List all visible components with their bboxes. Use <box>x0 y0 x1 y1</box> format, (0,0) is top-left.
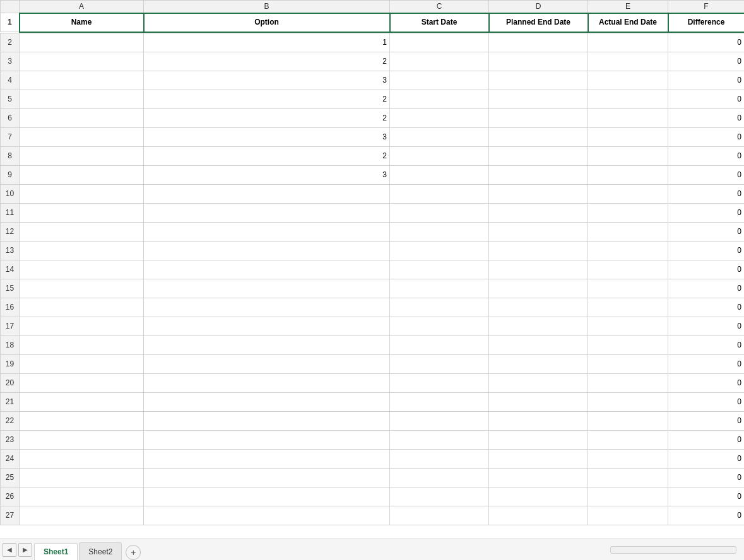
cell-a8[interactable] <box>20 146 144 165</box>
cell-a5[interactable] <box>20 90 144 108</box>
cell-a4[interactable] <box>20 71 144 90</box>
cell-d15[interactable] <box>489 279 588 298</box>
col-header-d[interactable]: D <box>489 1 588 13</box>
cell-f19[interactable]: 0 <box>668 354 745 373</box>
cell-e17[interactable] <box>588 317 668 335</box>
cell-e10[interactable] <box>588 184 668 203</box>
sheet2-tab[interactable]: Sheet2 <box>79 542 122 560</box>
cell-a2[interactable] <box>20 33 144 52</box>
cell-c22[interactable] <box>390 411 489 430</box>
cell-a25[interactable] <box>20 468 144 487</box>
cell-f17[interactable]: 0 <box>668 317 745 335</box>
cell-a15[interactable] <box>20 279 144 298</box>
cell-c26[interactable] <box>390 487 489 506</box>
cell-e21[interactable] <box>588 392 668 411</box>
cell-a18[interactable] <box>20 335 144 354</box>
cell-a12[interactable] <box>20 222 144 241</box>
cell-a3[interactable] <box>20 52 144 71</box>
cell-a6[interactable] <box>20 108 144 127</box>
cell-f27[interactable]: 0 <box>668 506 745 525</box>
cell-f2[interactable]: 0 <box>668 33 745 52</box>
cell-e26[interactable] <box>588 487 668 506</box>
cell-b2[interactable]: 1 <box>144 33 390 52</box>
col-header-c[interactable]: C <box>390 1 489 13</box>
cell-a21[interactable] <box>20 392 144 411</box>
cell-c2[interactable] <box>390 33 489 52</box>
cell-b24[interactable] <box>144 449 390 468</box>
cell-c23[interactable] <box>390 430 489 449</box>
cell-e20[interactable] <box>588 373 668 392</box>
cell-f22[interactable]: 0 <box>668 411 745 430</box>
cell-f24[interactable]: 0 <box>668 449 745 468</box>
cell-f23[interactable]: 0 <box>668 430 745 449</box>
cell-f4[interactable]: 0 <box>668 71 745 90</box>
cell-c7[interactable] <box>390 127 489 146</box>
cell-d22[interactable] <box>489 411 588 430</box>
cell-b15[interactable] <box>144 279 390 298</box>
cell-d24[interactable] <box>489 449 588 468</box>
cell-b1[interactable]: Option <box>144 13 390 32</box>
cell-e18[interactable] <box>588 335 668 354</box>
cell-f15[interactable]: 0 <box>668 279 745 298</box>
cell-b20[interactable] <box>144 373 390 392</box>
cell-e12[interactable] <box>588 222 668 241</box>
cell-e27[interactable] <box>588 506 668 525</box>
sheet1-tab[interactable]: Sheet1 <box>34 543 78 560</box>
cell-b23[interactable] <box>144 430 390 449</box>
cell-d10[interactable] <box>489 184 588 203</box>
cell-e19[interactable] <box>588 354 668 373</box>
cell-b8[interactable]: 2 <box>144 146 390 165</box>
cell-a10[interactable] <box>20 184 144 203</box>
cell-d8[interactable] <box>489 146 588 165</box>
cell-a27[interactable] <box>20 506 144 525</box>
cell-f10[interactable]: 0 <box>668 184 745 203</box>
cell-e6[interactable] <box>588 108 668 127</box>
cell-f9[interactable]: 0 <box>668 165 745 184</box>
cell-e13[interactable] <box>588 241 668 260</box>
cell-d19[interactable] <box>489 354 588 373</box>
cell-e22[interactable] <box>588 411 668 430</box>
cell-f25[interactable]: 0 <box>668 468 745 487</box>
cell-b13[interactable] <box>144 241 390 260</box>
cell-b17[interactable] <box>144 317 390 335</box>
cell-a23[interactable] <box>20 430 144 449</box>
cell-d5[interactable] <box>489 90 588 108</box>
cell-d4[interactable] <box>489 71 588 90</box>
cell-d11[interactable] <box>489 203 588 222</box>
cell-f8[interactable]: 0 <box>668 146 745 165</box>
cell-b19[interactable] <box>144 354 390 373</box>
cell-b14[interactable] <box>144 260 390 279</box>
cell-f26[interactable]: 0 <box>668 487 745 506</box>
cell-d14[interactable] <box>489 260 588 279</box>
cell-a24[interactable] <box>20 449 144 468</box>
cell-d26[interactable] <box>489 487 588 506</box>
cell-e7[interactable] <box>588 127 668 146</box>
cell-d6[interactable] <box>489 108 588 127</box>
cell-d23[interactable] <box>489 430 588 449</box>
cell-b9[interactable]: 3 <box>144 165 390 184</box>
cell-f12[interactable]: 0 <box>668 222 745 241</box>
cell-e11[interactable] <box>588 203 668 222</box>
cell-d16[interactable] <box>489 298 588 317</box>
cell-e4[interactable] <box>588 71 668 90</box>
cell-d20[interactable] <box>489 373 588 392</box>
cell-f21[interactable]: 0 <box>668 392 745 411</box>
cell-f13[interactable]: 0 <box>668 241 745 260</box>
cell-e9[interactable] <box>588 165 668 184</box>
cell-b26[interactable] <box>144 487 390 506</box>
cell-d7[interactable] <box>489 127 588 146</box>
cell-d9[interactable] <box>489 165 588 184</box>
cell-b16[interactable] <box>144 298 390 317</box>
tab-prev-btn[interactable]: ◀ <box>3 543 16 557</box>
cell-c11[interactable] <box>390 203 489 222</box>
cell-e15[interactable] <box>588 279 668 298</box>
cell-e24[interactable] <box>588 449 668 468</box>
cell-c15[interactable] <box>390 279 489 298</box>
cell-a9[interactable] <box>20 165 144 184</box>
cell-d3[interactable] <box>489 52 588 71</box>
cell-a1[interactable]: Name <box>20 13 144 32</box>
col-header-a[interactable]: A <box>20 1 144 13</box>
cell-c27[interactable] <box>390 506 489 525</box>
cell-d25[interactable] <box>489 468 588 487</box>
cell-c20[interactable] <box>390 373 489 392</box>
